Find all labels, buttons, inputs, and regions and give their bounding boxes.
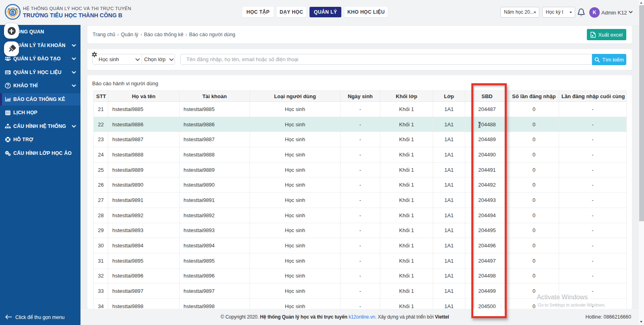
table-cell: 1A1 — [433, 253, 465, 268]
user-menu-chevron-icon[interactable] — [629, 10, 633, 14]
table-cell: - — [559, 268, 627, 284]
table-cell: Khối 1 — [380, 284, 433, 299]
nav-hoc-tap[interactable]: HỌC TẬP — [242, 7, 274, 17]
scroll-down-arrow-icon[interactable] — [640, 321, 642, 323]
system-title: HỆ THỐNG QUẢN LÝ HỌC VÀ THI TRỰC TUYẾN — [23, 6, 131, 11]
scroll-up-arrow-icon[interactable] — [640, 2, 642, 4]
table-cell: 33 — [94, 284, 108, 299]
table-cell: Học sinh — [250, 102, 341, 117]
table-cell: 0 — [509, 147, 559, 162]
table-cell: Học sinh — [250, 208, 341, 223]
table-cell: 1A1 — [433, 298, 465, 309]
year-select[interactable]: Năm học 20... — [500, 7, 539, 18]
table-cell: - — [341, 193, 380, 208]
nav-quan-ly[interactable]: QUẢN LÝ — [310, 7, 341, 17]
table-row[interactable]: 26hstesttai9890hstesttai9890Học sinh-Khố… — [94, 177, 627, 193]
copyright-viettel: Viettel — [435, 314, 449, 320]
chevron-down-icon[interactable] — [135, 58, 140, 62]
table-cell: 27 — [94, 193, 108, 208]
table-cell: 0 — [509, 268, 559, 284]
search-button[interactable]: Tìm kiếm — [592, 54, 626, 65]
column-header: Số lần đăng nhập — [509, 91, 559, 102]
table-cell: - — [341, 117, 380, 132]
table-row[interactable]: 23hstesttai9887hstesttai9887Học sinh-Khố… — [94, 132, 627, 147]
nav-kho-hoc-lieu[interactable]: KHO HỌC LIỆU — [345, 7, 388, 17]
search-icon — [594, 57, 600, 62]
floating-brush-button[interactable] — [4, 41, 19, 56]
table-row[interactable]: 21hstesttai9885hstesttai9885Học sinh-Khố… — [94, 102, 627, 117]
gear-icon[interactable] — [91, 51, 97, 58]
sidebar-item-cau-hinh-he-thong[interactable]: CẤU HÌNH HỆ THỐNG — [0, 120, 80, 132]
export-excel-button[interactable]: Xuất excel — [587, 29, 626, 40]
notification-bell-icon[interactable] — [577, 8, 585, 17]
activate-windows-watermark: Activate Windows — [537, 294, 588, 301]
copyright-system: Hệ thống Quản lý học và thi trực tuyến — [260, 314, 347, 320]
sidebar-item-khao-thi[interactable]: KHẢO THÍ — [0, 80, 80, 92]
report-card: Báo cáo hành vi người dùng STTHọ và tênT… — [87, 75, 632, 309]
table-row[interactable]: 29hstesttai9893hstesttai9893Học sinh-Khố… — [94, 223, 627, 238]
table-cell: Khối 1 — [380, 253, 433, 268]
filter-bar: Học sinh Chọn lớp Tìm kiếm — [87, 49, 632, 70]
table-row[interactable]: 27hstesttai9891hstesttai9891Học sinh-Khố… — [94, 193, 627, 208]
floating-add-button[interactable] — [4, 23, 19, 39]
table-row[interactable]: 32hstesttai9896hstesttai9896Học sinh-Khố… — [94, 268, 627, 284]
chevron-down-icon — [72, 84, 76, 88]
scrollbar-thumb[interactable] — [639, 5, 644, 221]
column-header: Loại người dùng — [250, 91, 341, 102]
sidebar-item-bao-cao-thong-ke[interactable]: BÁO CÁO THỐNG KÊ — [0, 93, 80, 105]
table-cell: 31 — [94, 253, 108, 268]
cogs-icon — [5, 150, 11, 156]
nav-day-hoc[interactable]: DẠY HỌC — [277, 7, 306, 17]
table-row[interactable]: 22hstesttai9886hstesttai9886Học sinh-Khố… — [94, 117, 627, 132]
table-row[interactable]: 30hstesttai9894hstesttai9894Học sinh-Khố… — [94, 238, 627, 253]
search-input[interactable] — [180, 54, 592, 65]
table-cell: - — [341, 177, 380, 193]
chevron-down-icon[interactable] — [169, 58, 174, 62]
hotline: Hotline: 0866216660 — [585, 314, 631, 320]
table-cell: 0 — [509, 253, 559, 268]
table-cell: 0 — [509, 193, 559, 208]
table-cell: - — [559, 208, 627, 223]
breadcrumb-bao-cao-nguoi-dung[interactable]: Báo cáo người dùng — [189, 32, 235, 37]
sidebar-item-cau-hinh-lop-hoc-ao[interactable]: CẤU HÌNH LỚP HỌC ẢO — [0, 147, 80, 159]
table-cell: 1A1 — [433, 193, 465, 208]
table-row[interactable]: 28hstesttai9892hstesttai9892Học sinh-Khố… — [94, 208, 627, 223]
sidebar-item-label: QUẢN LÝ HỌC LIỆU — [13, 70, 62, 75]
scrollbar[interactable] — [639, 0, 644, 325]
table-cell: 0 — [509, 162, 559, 177]
sidebar-item-label: HỖ TRỢ — [13, 137, 33, 142]
table-cell: hstesttai9891 — [180, 193, 250, 208]
table-cell: Khối 1 — [380, 268, 433, 284]
sidebar-item-label: QUẢN LÝ ĐÀO TẠO — [13, 56, 61, 62]
table-title: Báo cáo hành vi người dùng — [92, 80, 158, 86]
breadcrumb-trang-chu[interactable]: Trang chủ — [93, 32, 115, 37]
column-header: Khối lớp — [380, 91, 433, 102]
table-cell: - — [341, 298, 380, 309]
k12online-link[interactable]: k12online.vn. — [349, 314, 376, 320]
column-header: Lần đăng nhập cuối cùng — [559, 91, 627, 102]
sidebar-item-label: LỊCH HỌP — [13, 110, 37, 115]
collapse-menu-button[interactable]: Click để thu gọn menu — [0, 309, 80, 325]
table-cell: 0 — [509, 117, 559, 132]
breadcrumb-quan-ly[interactable]: Quản lý — [121, 32, 138, 37]
sidebar-item-quan-ly-hoc-lieu[interactable]: QUẢN LÝ HỌC LIỆU — [0, 66, 80, 78]
table-cell: hstesttai9890 — [180, 177, 250, 193]
sidebar-item-lich-hop[interactable]: LỊCH HỌP — [0, 107, 80, 119]
table-cell: 1A1 — [433, 208, 465, 223]
table-row[interactable]: 31hstesttai9895hstesttai9895Học sinh-Khố… — [94, 253, 627, 268]
breadcrumb-bao-cao-thong-ke[interactable]: Báo cáo thống kê — [144, 32, 184, 37]
user-avatar[interactable]: K — [589, 7, 600, 18]
table-cell: - — [341, 132, 380, 147]
table-row[interactable]: 24hstesttai9888hstesttai9888Học sinh-Khố… — [94, 147, 627, 162]
breadcrumb-separator: › — [186, 32, 187, 37]
table-row[interactable]: 25hstesttai9889hstesttai9889Học sinh-Khố… — [94, 162, 627, 177]
table-cell: 0 — [509, 238, 559, 253]
semester-select[interactable]: Học kỳ I — [542, 7, 575, 18]
table-cell: hstesttai9886 — [108, 117, 180, 132]
user-type-select[interactable]: Học sinh — [99, 56, 119, 62]
table-cell: 0 — [509, 223, 559, 238]
sidebar-item-ho-tro[interactable]: HỖ TRỢ — [0, 134, 80, 146]
class-select[interactable]: Chọn lớp — [144, 56, 165, 62]
table-cell: hstesttai9894 — [108, 238, 180, 253]
footer: © Copyright 2020. Hệ thống Quản lý học v… — [80, 309, 639, 325]
